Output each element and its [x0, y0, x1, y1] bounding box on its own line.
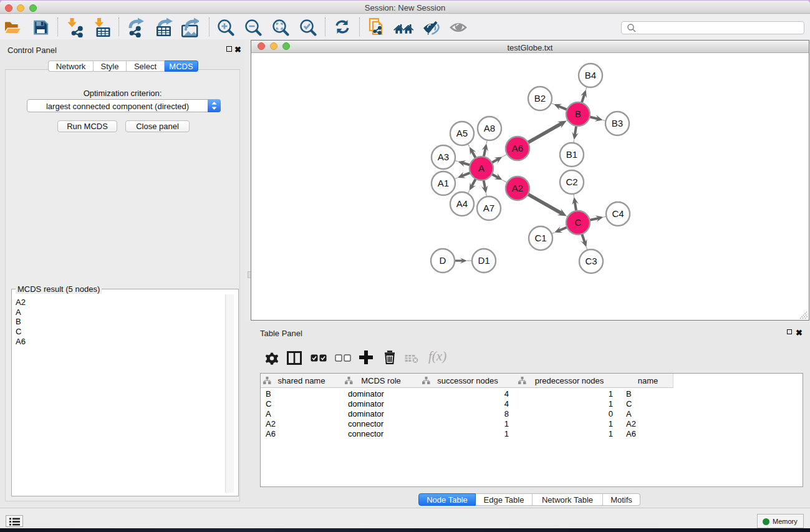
svg-text:A3: A3: [438, 152, 449, 162]
svg-text:A2: A2: [512, 183, 523, 193]
svg-text:C: C: [575, 217, 582, 228]
svg-text:B: B: [575, 109, 581, 119]
svg-text:B4: B4: [585, 70, 596, 80]
svg-text:D: D: [440, 255, 446, 266]
svg-text:C2: C2: [566, 177, 577, 187]
svg-text:C4: C4: [612, 208, 624, 219]
svg-text:A6: A6: [512, 143, 523, 153]
svg-text:D1: D1: [478, 255, 489, 266]
svg-text:A: A: [478, 163, 485, 173]
svg-text:C1: C1: [534, 233, 546, 243]
svg-text:B3: B3: [612, 118, 623, 128]
svg-text:C3: C3: [585, 256, 597, 266]
svg-text:A8: A8: [484, 123, 495, 133]
svg-text:A4: A4: [456, 198, 468, 209]
svg-text:B2: B2: [534, 93, 546, 104]
svg-text:A7: A7: [483, 203, 494, 213]
svg-text:A5: A5: [456, 128, 468, 138]
svg-text:B1: B1: [566, 149, 577, 160]
svg-text:A1: A1: [438, 178, 449, 188]
